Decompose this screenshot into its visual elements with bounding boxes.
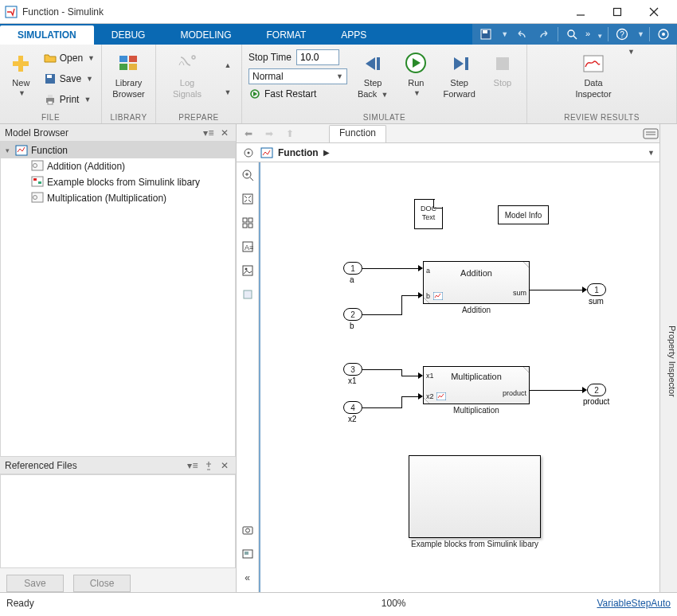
qat-undo-icon[interactable] bbox=[513, 25, 530, 43]
palette-screenshot-icon[interactable] bbox=[240, 522, 256, 538]
qat-search-icon[interactable] bbox=[563, 25, 581, 43]
fast-restart-button[interactable]: Fast Restart bbox=[248, 88, 347, 100]
run-button[interactable]: Run ▼ bbox=[398, 48, 433, 97]
step-forward-button[interactable]: Step Forward bbox=[442, 48, 477, 99]
tree-collapse-icon[interactable]: ▾ bbox=[6, 146, 15, 154]
tab-format[interactable]: FORMAT bbox=[248, 25, 323, 45]
panel-pin-icon[interactable] bbox=[202, 459, 215, 472]
nav-up-icon[interactable]: ⬆ bbox=[281, 125, 299, 142]
svg-rect-29 bbox=[496, 57, 509, 70]
qat-redo-icon[interactable] bbox=[535, 25, 553, 43]
stop-time-input[interactable] bbox=[296, 49, 339, 65]
model-browser-tree[interactable]: ▾ Function Addition (Addition) Example b… bbox=[0, 142, 236, 457]
inport-1[interactable]: 1 bbox=[343, 262, 362, 275]
panel-close-icon[interactable]: ✕ bbox=[218, 127, 231, 139]
group-label-simulate: SIMULATE bbox=[248, 111, 520, 122]
breadcrumb-root[interactable]: Function bbox=[278, 147, 319, 158]
log-signals-button[interactable]: Log Signals bbox=[162, 48, 212, 99]
tree-item-example-blocks[interactable]: Example blocks from Simulink libary bbox=[1, 174, 235, 190]
qat-save-icon[interactable] bbox=[477, 25, 495, 43]
svg-text:?: ? bbox=[620, 30, 624, 39]
svg-line-46 bbox=[250, 177, 253, 181]
canvas-tabbar: ⬅ ➡ ⬆ Function bbox=[237, 124, 659, 143]
referenced-files-header: Referenced Files ▾≡ ✕ bbox=[0, 457, 236, 474]
nav-forward-icon[interactable]: ➡ bbox=[260, 125, 278, 142]
window-minimize-button[interactable] bbox=[562, 0, 599, 24]
palette-area-icon[interactable] bbox=[240, 287, 256, 302]
tree-item-multiplication[interactable]: Multiplication (Multiplication) bbox=[1, 190, 235, 206]
tab-simulation[interactable]: SIMULATION bbox=[0, 25, 94, 45]
palette-image-icon[interactable] bbox=[240, 263, 256, 279]
new-button[interactable]: New ▼ bbox=[6, 48, 36, 97]
property-inspector-dock[interactable]: Property Inspector bbox=[659, 124, 677, 592]
window-maximize-button[interactable] bbox=[599, 0, 636, 24]
folder-open-icon bbox=[44, 52, 57, 64]
model-ref-icon bbox=[436, 392, 446, 400]
tab-debug[interactable]: DEBUG bbox=[94, 25, 163, 45]
outport-1[interactable]: 1 bbox=[587, 283, 606, 296]
breadcrumb-target-icon[interactable] bbox=[241, 146, 256, 160]
stop-button[interactable]: Stop bbox=[485, 48, 520, 88]
svg-text:»: » bbox=[585, 29, 590, 38]
panel-options-icon[interactable]: ▾≡ bbox=[202, 127, 215, 139]
diagram-canvas[interactable]: DOC Text Model Info 1 a 2 b bbox=[259, 162, 659, 592]
gallery-up-icon[interactable]: ▲ bbox=[225, 61, 232, 69]
chevron-down-icon[interactable]: ▼ bbox=[628, 48, 635, 56]
palette-autoarrange-icon[interactable] bbox=[240, 215, 256, 231]
canvas-tab-function[interactable]: Function bbox=[329, 125, 386, 142]
left-dock: Model Browser ▾≡ ✕ ▾ Function Addition (… bbox=[0, 124, 237, 592]
model-browser-header: Model Browser ▾≡ ✕ bbox=[0, 124, 236, 142]
multiplication-subsystem[interactable]: Multiplication x1 x2 product bbox=[423, 366, 530, 404]
svg-rect-35 bbox=[33, 178, 37, 181]
example-subsystem[interactable] bbox=[409, 455, 541, 538]
svg-rect-24 bbox=[129, 64, 137, 70]
addition-subsystem[interactable]: Addition a b sum bbox=[423, 261, 530, 304]
qat-minimize-ribbon-icon[interactable] bbox=[655, 25, 672, 43]
open-button[interactable]: Open▼ bbox=[44, 49, 95, 67]
palette-zoom-icon[interactable] bbox=[240, 167, 256, 183]
qat-help-icon[interactable]: ? bbox=[613, 25, 631, 43]
inport-2[interactable]: 2 bbox=[343, 308, 362, 321]
breadcrumb-dropdown-icon[interactable]: ▼ bbox=[648, 149, 655, 157]
inport-3[interactable]: 3 bbox=[343, 363, 362, 376]
gallery-down-icon[interactable]: ▼ bbox=[225, 88, 232, 96]
window-close-button[interactable] bbox=[636, 0, 672, 24]
keyboard-icon[interactable] bbox=[642, 125, 659, 142]
status-zoom[interactable]: 100% bbox=[382, 598, 406, 609]
group-label-library: LIBRARY bbox=[108, 111, 149, 122]
group-label-file: FILE bbox=[6, 111, 95, 122]
model-info-block[interactable]: Model Info bbox=[498, 205, 549, 224]
model-icon bbox=[15, 144, 28, 157]
doc-text-block[interactable]: DOC Text bbox=[414, 199, 443, 229]
library-browser-button[interactable]: Library Browser bbox=[108, 48, 149, 99]
breadcrumb-model-icon bbox=[260, 147, 273, 158]
nav-back-icon[interactable]: ⬅ bbox=[240, 125, 257, 142]
ref-close-button[interactable]: Close bbox=[73, 575, 131, 592]
tree-root-function[interactable]: ▾ Function bbox=[1, 142, 235, 158]
titlebar: Function - Simulink bbox=[0, 0, 677, 24]
status-solver[interactable]: VariableStepAuto bbox=[597, 598, 671, 609]
panel-options-icon[interactable]: ▾≡ bbox=[186, 459, 199, 472]
stop-icon bbox=[490, 51, 515, 76]
qat-expand-icon[interactable]: »▼ bbox=[585, 25, 603, 43]
tab-apps[interactable]: APPS bbox=[323, 25, 384, 45]
subsystem-icon bbox=[31, 176, 44, 189]
inport-4[interactable]: 4 bbox=[343, 401, 362, 414]
save-button[interactable]: Save▼ bbox=[44, 70, 95, 88]
data-inspector-button[interactable]: Data Inspector bbox=[569, 48, 618, 99]
tree-item-addition[interactable]: Addition (Addition) bbox=[1, 158, 235, 174]
outport-2[interactable]: 2 bbox=[587, 384, 606, 396]
palette-fit-icon[interactable] bbox=[240, 191, 256, 207]
palette-annotation-icon[interactable]: A≡ bbox=[240, 239, 256, 255]
breadcrumb-chevron-icon[interactable]: ▶ bbox=[323, 148, 330, 157]
referenced-files-list[interactable] bbox=[0, 474, 236, 568]
palette-birdseye-icon[interactable] bbox=[240, 546, 256, 562]
ref-save-button[interactable]: Save bbox=[6, 575, 64, 592]
panel-close-icon[interactable]: ✕ bbox=[218, 459, 231, 472]
toolstrip-tabbar: SIMULATION DEBUG MODELING FORMAT APPS ▼ … bbox=[0, 24, 677, 45]
simulation-mode-dropdown[interactable]: Normal▼ bbox=[248, 68, 347, 84]
print-button[interactable]: Print▼ bbox=[44, 91, 95, 108]
tab-modeling[interactable]: MODELING bbox=[162, 25, 248, 45]
step-back-button[interactable]: Step Back ▼ bbox=[355, 48, 390, 99]
palette-collapse-icon[interactable]: « bbox=[240, 570, 256, 586]
